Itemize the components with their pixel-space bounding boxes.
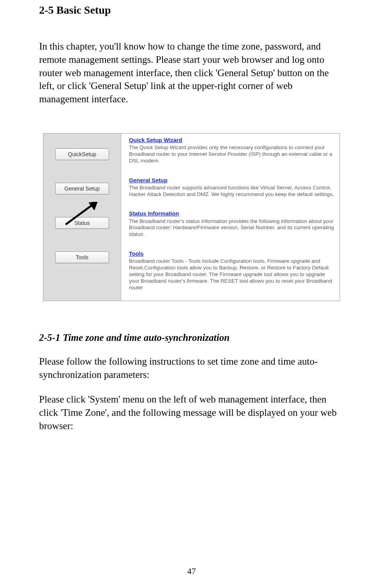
content-panel: Quick Setup Wizard The Quick Setup Wizar… — [121, 134, 340, 301]
general-setup-button[interactable]: General Setup — [55, 183, 109, 194]
section-status: Status Information The Broadband router'… — [129, 210, 334, 238]
tools-link[interactable]: Tools — [129, 250, 144, 257]
timezone-intro-paragraph: Please follow the following instructions… — [39, 355, 344, 381]
tools-button[interactable]: Tools — [55, 251, 109, 263]
sidebar: QuickSetup General Setup Status Tools — [43, 134, 121, 301]
quicksetup-link[interactable]: Quick Setup Wizard — [129, 137, 182, 144]
section-heading: 2-5 Basic Setup — [39, 4, 344, 16]
general-setup-desc: The Broadband router supports advanced f… — [129, 185, 334, 198]
tools-desc: Broadband router Tools - Tools include C… — [129, 258, 334, 291]
section-quicksetup: Quick Setup Wizard The Quick Setup Wizar… — [129, 137, 334, 164]
general-setup-link[interactable]: General Setup — [129, 177, 167, 184]
status-button[interactable]: Status — [55, 217, 109, 229]
section-tools: Tools Broadband router Tools - Tools inc… — [129, 250, 334, 291]
quicksetup-desc: The Quick Setup Wizard provides only the… — [129, 144, 334, 164]
intro-paragraph: In this chapter, you'll know how to chan… — [39, 40, 344, 106]
status-link[interactable]: Status Information — [129, 210, 179, 217]
timezone-instructions-paragraph: Please click 'System' menu on the left o… — [39, 393, 344, 432]
page-number: 47 — [0, 566, 383, 576]
section-general-setup: General Setup The Broadband router suppo… — [129, 177, 334, 198]
router-ui-screenshot: HERE! QuickSetup General Setup Status To… — [43, 133, 340, 301]
quicksetup-button[interactable]: QuickSetup — [55, 148, 109, 160]
status-desc: The Broadband router's status informatio… — [129, 218, 334, 238]
sub-heading: 2-5-1 Time zone and time auto-synchroniz… — [39, 332, 344, 343]
